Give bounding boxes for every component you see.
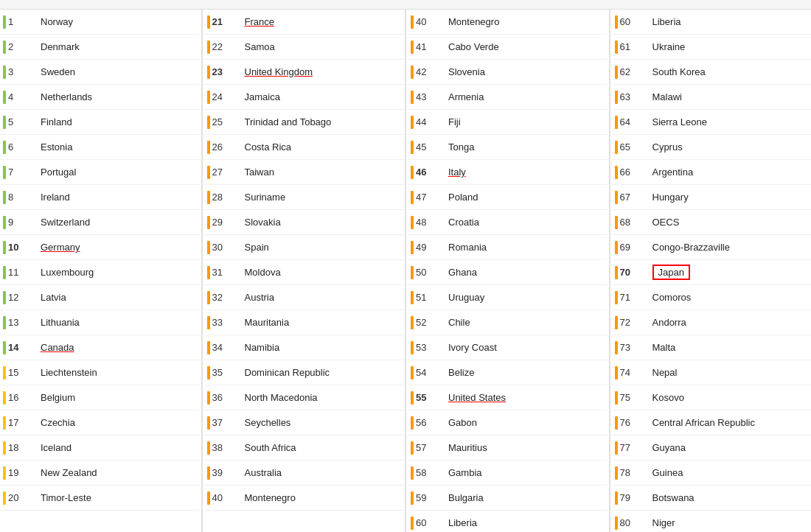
pos-cell: 41 [408,41,448,54]
table-row: 66Argentina [612,160,812,185]
pos-cell: 33 [204,316,245,329]
table-row: 40Montenegro [204,486,404,511]
country-name: Mauritius [448,442,608,453]
pos-cell: 43 [408,91,448,104]
position-number: 48 [416,217,432,228]
table-row: 12Latvia [0,285,200,310]
position-number: 3 [8,66,24,77]
pos-cell: 80 [612,517,652,530]
position-number: 33 [212,317,229,328]
table-row: 80Niger [612,511,812,532]
table-row: 57Mauritius [408,435,608,461]
position-number: 57 [416,442,432,453]
pos-cell: 47 [408,191,448,204]
position-number: 23 [212,66,229,77]
table-row: 31Moldova [204,260,404,285]
position-number: 76 [620,417,636,428]
country-name: Mauritania [245,317,404,328]
table-row: 34Namibia [204,335,404,360]
rank-bar [411,141,414,154]
table-row: 25Trinidad and Tobago [204,110,404,135]
pos-cell: 38 [204,441,245,455]
table-row: 63Malawi [612,85,812,110]
position-number: 30 [212,242,229,253]
table-row: 39Australia [204,461,404,486]
table-row: 65Cyprus [612,135,812,160]
pos-cell: 71 [612,291,652,304]
pos-cell: 58 [408,466,448,480]
country-name: Guyana [652,442,812,453]
country-name: Cabo Verde [448,41,608,52]
position-number: 51 [416,292,432,303]
table-row: 24Jamaica [204,85,404,110]
position-number: 58 [416,467,432,478]
rank-bar [615,166,618,179]
table-row: 4Netherlands [0,85,200,110]
country-name: Liechtenstein [41,367,200,378]
table-row: 58Gambia [408,461,608,486]
rank-bar [207,391,210,405]
highlighted-country: Italy [448,167,466,178]
table-row: 28Suriname [204,185,404,210]
country-name: Belize [448,367,608,378]
position-number: 1 [8,16,24,27]
table-row: 6Estonia [0,135,200,160]
position-number: 59 [416,492,432,503]
position-number: 40 [416,16,432,27]
table-row: 74Nepal [612,360,812,385]
position-number: 27 [212,167,229,178]
country-name: Liberia [448,517,608,528]
rank-bar [411,15,414,29]
position-number: 45 [416,141,432,153]
position-number: 49 [416,242,432,253]
table-row: 3Sweden [0,60,200,85]
table-row: 78Guinea [612,461,812,486]
country-name: Costa Rica [245,141,404,153]
position-number: 8 [8,192,24,203]
table-row: 75Kosovo [612,385,812,410]
rank-bar [411,116,414,129]
pos-cell: 60 [612,15,652,29]
rank-bar [411,391,414,405]
rank-bar [207,316,210,329]
position-number: 14 [8,342,24,353]
highlighted-country: France [245,16,274,27]
pos-cell: 12 [0,291,41,304]
rank-bar [411,491,414,505]
position-number: 66 [620,167,636,178]
position-number: 70 [620,267,636,278]
position-number: 50 [416,267,432,278]
pos-cell: 40 [204,491,245,505]
rank-bar [207,216,210,229]
position-number: 34 [212,342,229,353]
rank-bar [207,416,210,430]
pos-cell: 2 [0,41,41,54]
table-row: 29Slovakia [204,210,404,235]
rank-bar [411,517,414,530]
country-name: Luxembourg [41,267,200,278]
table-row: 72Andorra [612,310,812,335]
position-number: 36 [212,392,229,403]
highlighted-country: Canada [41,342,74,353]
country-name: Moldova [245,267,404,278]
position-number: 68 [620,217,636,228]
rank-bar [207,341,210,354]
country-name: Suriname [245,192,404,203]
position-number: 6 [8,141,24,153]
rank-bar [3,441,6,455]
country-name: Hungary [652,192,812,203]
rank-bar [615,66,618,79]
table-row: 15Liechtenstein [0,360,200,385]
table-row: 13Lithuania [0,310,200,335]
rank-bar [207,291,210,304]
position-number: 39 [212,467,229,478]
rank-bar [615,216,618,229]
table-row: 76Central African Republic [612,410,812,435]
pos-cell: 63 [612,91,652,104]
country-name: Timor-Leste [41,492,200,503]
pos-cell: 32 [204,291,245,304]
pos-cell: 4 [0,91,41,104]
table-row: 16Belgium [0,385,200,410]
table-row: 55United States [408,385,608,410]
position-number: 18 [8,442,24,453]
